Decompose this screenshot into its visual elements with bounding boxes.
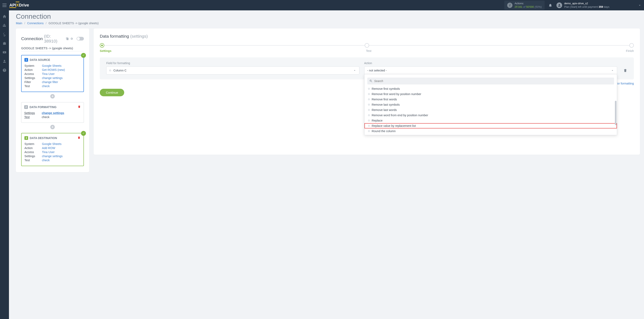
step-title: DATA FORMATTING — [30, 106, 56, 109]
check-icon — [81, 53, 86, 58]
dropdown-option[interactable]: Remove first words — [364, 97, 617, 102]
briefcase-icon[interactable] — [2, 41, 6, 46]
row-label: System — [24, 64, 42, 68]
delete-step-icon[interactable] — [77, 136, 81, 140]
dollar-icon[interactable] — [2, 32, 6, 36]
delete-step-icon[interactable] — [78, 105, 81, 109]
row-label: Action — [24, 68, 42, 72]
connection-subtitle: GOOGLE SHEETS -> (google sheets) — [21, 46, 84, 51]
row-label: Access — [24, 72, 42, 76]
page-title: Connection — [16, 12, 640, 20]
field-label: Field for formatting — [106, 62, 359, 65]
home-icon[interactable] — [2, 14, 6, 18]
copy-icon[interactable] — [66, 37, 69, 40]
user-menu[interactable]: demo_apix-drive_s2 Plan |Start| left unt… — [564, 2, 610, 9]
dropdown-option[interactable]: Remove word from end by position number — [364, 112, 617, 118]
row-value[interactable]: Tina User — [42, 150, 54, 154]
dropdown-option[interactable]: Remove first word by position number — [364, 92, 617, 97]
row-label: Filter — [24, 80, 42, 84]
menu-toggle[interactable] — [2, 4, 6, 7]
row-value[interactable]: change settings — [42, 76, 63, 80]
row-value[interactable]: Add ROW — [42, 146, 55, 150]
action-dropdown: Remove first symbolsRemove first word by… — [364, 74, 617, 135]
check-icon — [81, 131, 86, 136]
connection-title: Connection (ID: 38910) — [21, 34, 84, 44]
add-step-button[interactable]: + — [50, 125, 55, 129]
row-label: Test — [24, 84, 42, 88]
row-value[interactable]: change settings — [42, 154, 63, 158]
notifications-icon[interactable] — [548, 3, 552, 7]
step-label-settings: Settings — [100, 49, 111, 52]
data-formatting-panel: Data formatting (settings) Settings Test… — [94, 28, 640, 155]
breadcrumb-current: GOOGLE SHEETS -> (google sheets) — [48, 22, 98, 25]
connection-toggle[interactable] — [76, 37, 84, 40]
youtube-icon[interactable] — [2, 50, 6, 54]
row-value[interactable]: Google Sheets — [42, 142, 62, 146]
sitemap-icon[interactable] — [2, 24, 6, 28]
row-value[interactable]: check — [42, 158, 50, 162]
continue-button[interactable]: Continue — [100, 89, 124, 96]
row-value[interactable]: Tina User — [42, 72, 54, 76]
step-number: 2 — [24, 105, 28, 109]
step-finish-dot[interactable] — [629, 43, 634, 48]
search-icon — [369, 80, 372, 83]
dropdown-option[interactable]: Remove last symbols — [364, 102, 617, 107]
wizard-stepper — [100, 43, 634, 48]
row-value[interactable]: check — [42, 84, 50, 88]
step-test-dot[interactable] — [365, 43, 369, 48]
add-step-button[interactable]: + — [50, 94, 55, 98]
step-settings-dot[interactable] — [100, 43, 104, 48]
info-icon: i — [507, 3, 512, 8]
row-label: System — [24, 142, 42, 146]
row-label: Test — [24, 158, 42, 162]
dropdown-search-input[interactable] — [367, 78, 614, 84]
breadcrumb-main[interactable]: Main — [16, 22, 22, 25]
connection-panel: Connection (ID: 38910) GOOGLE SHEETS -> … — [16, 28, 89, 172]
field-select[interactable]: Column C — [106, 66, 359, 74]
dropdown-search — [367, 78, 614, 84]
dropdown-option[interactable]: Remove first symbols — [364, 86, 617, 92]
step-number: 3 — [24, 136, 28, 140]
sidebar — [0, 10, 9, 319]
dropdown-option[interactable]: Remove last words — [364, 107, 617, 112]
step-card-1: 1DATA SOURCESystemGoogle SheetsActionGet… — [21, 55, 84, 92]
gear-icon[interactable] — [70, 37, 73, 40]
step-number: 1 — [24, 58, 28, 62]
help-icon[interactable] — [2, 68, 6, 72]
breadcrumb-connections[interactable]: Connections — [27, 22, 44, 25]
chevron-down-icon[interactable] — [638, 4, 642, 7]
avatar[interactable] — [556, 2, 562, 8]
row-value[interactable]: change settings — [42, 111, 64, 114]
action-select[interactable]: - not selected - — [364, 66, 617, 74]
step-label-test: Test — [366, 49, 371, 52]
row-value[interactable]: change filter — [42, 80, 58, 84]
user-icon[interactable] — [2, 59, 6, 63]
chevron-down-icon — [353, 69, 356, 72]
topbar: APIXDrive i Actions: 25'161 of 50'000 (5… — [0, 0, 644, 10]
delete-row-button[interactable] — [623, 68, 627, 72]
dropdown-option[interactable]: Replace value by replacement list — [364, 123, 617, 128]
breadcrumb: Main / Connections / GOOGLE SHEETS -> (g… — [16, 22, 640, 25]
row-label: Test — [24, 116, 42, 119]
step-card-3: 3DATA DESTINATIONSystemGoogle SheetsActi… — [21, 133, 84, 166]
row-label: Access — [24, 150, 42, 154]
actions-counter[interactable]: i Actions: 25'161 of 50'000 (50%) — [504, 0, 545, 10]
step-title: DATA SOURCE — [30, 58, 50, 62]
row-value[interactable]: Get ROWS (new) — [42, 68, 65, 72]
formatting-row: Field for formatting Column C Action - n… — [100, 58, 634, 80]
dropdown-option[interactable]: Round the column — [364, 128, 617, 134]
scrollbar-thumb[interactable] — [615, 101, 616, 125]
row-label: Settings — [24, 154, 42, 158]
logo[interactable]: APIXDrive — [9, 3, 29, 8]
row-value[interactable]: Google Sheets — [42, 64, 62, 68]
row-label: Settings — [24, 111, 42, 114]
step-card-2: 2DATA FORMATTINGSettingschange settingsT… — [21, 102, 84, 123]
step-label-finish: Finish — [626, 49, 634, 52]
row-label: Action — [24, 146, 42, 150]
action-label: Action — [364, 62, 617, 65]
row-label: Settings — [24, 76, 42, 80]
step-title: DATA DESTINATION — [30, 136, 57, 140]
panel-title: Data formatting (settings) — [100, 34, 634, 39]
dropdown-option[interactable]: Replace — [364, 118, 617, 123]
row-value: check — [42, 116, 50, 119]
